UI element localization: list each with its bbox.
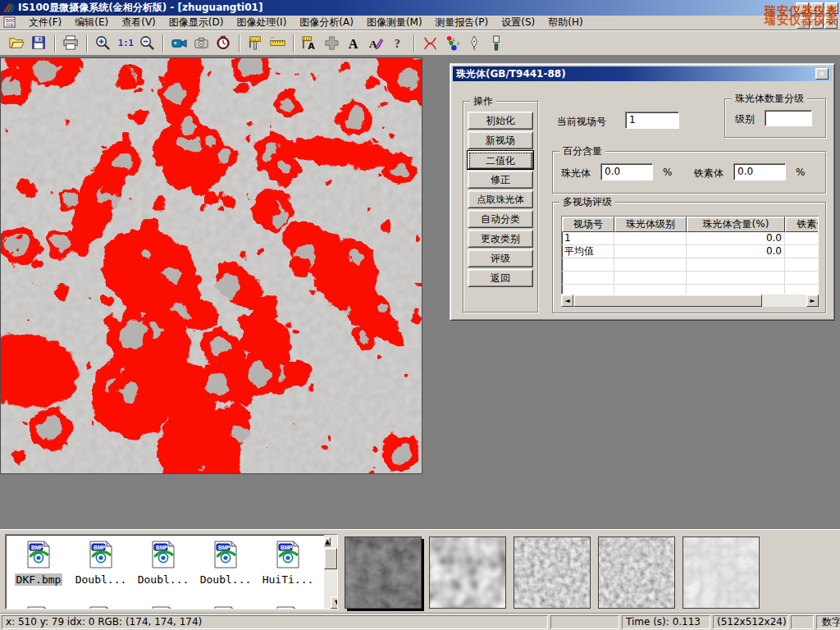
table-cell [562, 272, 614, 284]
photo-camera-icon[interactable] [191, 34, 212, 53]
menu-item-9[interactable]: 设置(S) [495, 15, 541, 30]
op-button-1[interactable]: 初始化 [468, 112, 533, 130]
thumbnail-2[interactable] [429, 536, 506, 609]
caliper-icon[interactable] [245, 34, 266, 53]
maximize-button[interactable]: □ [810, 2, 824, 14]
open-icon[interactable] [7, 34, 27, 53]
file-name: Doubl... [136, 573, 191, 586]
op-button-3[interactable]: 二值化 [468, 151, 533, 169]
file-item-row2-1[interactable]: BMP [7, 602, 70, 609]
file-name: DKF.bmp [15, 573, 63, 586]
percent-group-title: 百分含量 [559, 145, 605, 157]
thumbnail-1[interactable] [345, 536, 422, 609]
table-col-header-2[interactable]: 珠光体级别 [614, 217, 687, 232]
svg-text:BMP: BMP [281, 545, 293, 550]
close-button[interactable]: × [825, 2, 838, 14]
op-button-4[interactable]: 修正 [468, 171, 533, 189]
merge-icon[interactable] [322, 34, 342, 53]
table-col-header-3[interactable]: 珠光体含量(%) [687, 217, 785, 232]
menu-item-4[interactable]: 图像显示(D) [162, 15, 231, 30]
table-row-2[interactable]: 平均值0.0 [562, 245, 818, 258]
one-to-one-icon[interactable]: 1:1 [115, 34, 135, 53]
file-item-2[interactable]: BMPDoubl... [70, 536, 132, 596]
table-row-5[interactable] [562, 285, 818, 294]
classify-icon[interactable]: 123 [442, 34, 463, 53]
table-row-1[interactable]: 10.0 [562, 232, 818, 245]
video-camera-icon[interactable] [169, 34, 189, 53]
level-input[interactable] [765, 110, 812, 126]
file-item-4[interactable]: BMPDoubl... [194, 536, 257, 596]
menu-item-5[interactable]: 图像处理(I) [230, 15, 293, 30]
file-item-1[interactable]: BMPDKF.bmp [7, 536, 70, 596]
scroll-right-icon[interactable]: ► [806, 294, 819, 307]
mdi-minimize-button[interactable]: _ [797, 17, 810, 29]
zoom-in-icon[interactable] [93, 34, 113, 53]
menu-item-2[interactable]: 编辑(E) [68, 15, 115, 30]
mdi-close-button[interactable]: × [824, 17, 838, 29]
current-field-input[interactable]: 1 [625, 112, 679, 129]
file-item-row2-2[interactable]: BMP [70, 602, 132, 609]
file-item-row2-5[interactable]: BMP [257, 602, 319, 609]
micrograph-image[interactable] [0, 57, 422, 474]
annotate-icon[interactable]: A [366, 34, 386, 53]
help-icon[interactable]: ? [388, 34, 409, 53]
op-button-9[interactable]: 返回 [468, 269, 533, 287]
menu-item-6[interactable]: 图像分析(A) [293, 15, 360, 30]
minimize-button[interactable]: _ [796, 2, 809, 14]
scroll-left-icon[interactable]: ◄ [561, 294, 573, 307]
menu-item-1[interactable]: 文件(F) [22, 15, 68, 30]
timer-icon[interactable] [213, 34, 234, 53]
table-col-header-1[interactable]: 视场号 [562, 217, 614, 232]
op-button-label: 自动分类 [481, 213, 520, 225]
table-cell [562, 285, 614, 294]
toolbar-group-2 [57, 34, 84, 53]
ferrite-percent-input[interactable]: 0.0 [733, 163, 786, 180]
file-item-row2-4[interactable]: BMP [194, 602, 257, 609]
op-button-2[interactable]: 新视场 [468, 131, 533, 149]
menu-item-7[interactable]: 图像测量(M) [360, 15, 429, 30]
file-item-row2-3[interactable]: BMP [132, 602, 194, 609]
thumbnail-5[interactable] [682, 536, 760, 609]
pearlite-percent-input[interactable]: 0.0 [600, 163, 653, 180]
file-item-5[interactable]: BMPHuiTi... [257, 536, 319, 596]
save-icon[interactable] [29, 34, 49, 53]
op-button-7[interactable]: 更改类别 [468, 230, 533, 248]
thumbnail-3[interactable] [514, 536, 591, 609]
menu-item-8[interactable]: 测量报告(P) [429, 15, 495, 30]
table-col-header-4[interactable]: 铁素体含量(%) [785, 217, 819, 232]
dialog-close-button[interactable]: × [815, 68, 829, 80]
scroll-down-icon[interactable]: ▼ [331, 596, 338, 609]
text-icon[interactable]: A [344, 34, 364, 53]
menu-bar: DOC 文件(F)编辑(E)查看(V)图像显示(D)图像处理(I)图像分析(A)… [0, 16, 840, 30]
menu-item-10[interactable]: 帮助(H) [541, 15, 589, 30]
ruler-icon[interactable] [267, 34, 288, 53]
pearlite-unit: % [663, 167, 672, 178]
print-icon[interactable] [61, 34, 81, 53]
hscroll-thumb[interactable] [573, 294, 762, 307]
toolbar-separator [239, 34, 240, 52]
bmp-file-icon: BMP [24, 605, 53, 609]
menu-item-3[interactable]: 查看(V) [115, 15, 162, 30]
dialog-title-bar[interactable]: 珠光体(GB/T9441-88) × [453, 66, 832, 81]
op-button-8[interactable]: 评级 [468, 249, 533, 267]
curve-tool-icon[interactable] [420, 34, 441, 53]
mdi-restore-button[interactable]: ❐ [810, 17, 824, 29]
toolbar-group-7: 123 [417, 34, 510, 53]
pen-icon[interactable] [464, 34, 485, 53]
file-item-3[interactable]: BMPDoubl... [132, 536, 194, 596]
brush-icon[interactable] [486, 34, 507, 53]
thumbnail-4[interactable] [598, 536, 675, 609]
op-button-6[interactable]: 自动分类 [468, 210, 533, 228]
caliper-text-icon[interactable]: A [299, 34, 320, 53]
bmp-file-icon: BMP [273, 540, 303, 572]
vscroll-thumb[interactable] [324, 548, 337, 569]
zoom-out-icon[interactable] [137, 34, 158, 53]
file-vscrollbar[interactable]: ▲ ▼ [324, 535, 337, 609]
table-row-4[interactable] [562, 272, 818, 285]
table-hscrollbar[interactable]: ◄ ► [561, 294, 819, 307]
table-row-3[interactable] [562, 258, 818, 272]
op-button-5[interactable]: 点取珠光体 [468, 190, 533, 208]
menu-items: 文件(F)编辑(E)查看(V)图像显示(D)图像处理(I)图像分析(A)图像测量… [22, 15, 590, 30]
scroll-up-icon[interactable]: ▲ [324, 537, 331, 546]
op-button-label: 修正 [491, 174, 510, 185]
